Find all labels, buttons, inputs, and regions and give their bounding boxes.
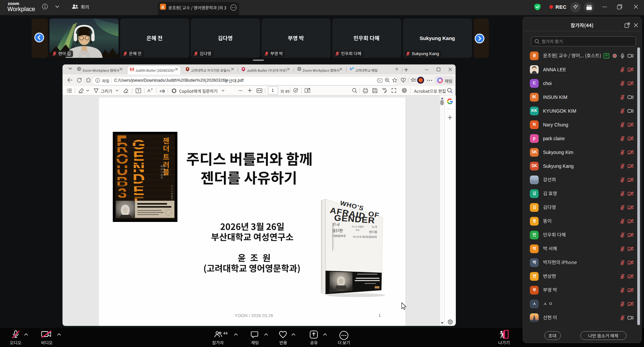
svg-text:A: A: [147, 88, 150, 93]
svg-text:3: 3: [117, 185, 127, 201]
svg-text:b: b: [162, 88, 165, 93]
svg-text:PDF: PDF: [130, 69, 133, 70]
svg-text:h: h: [350, 67, 352, 71]
svg-text:a: a: [160, 89, 162, 93]
